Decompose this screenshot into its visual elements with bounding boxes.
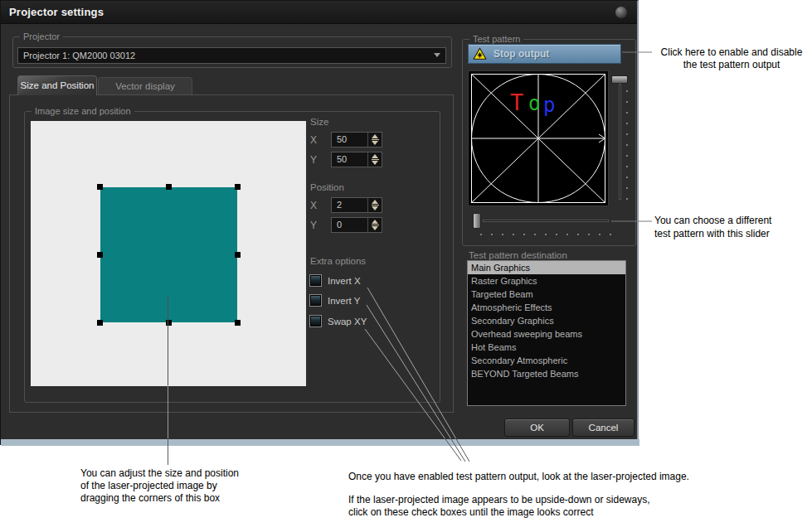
spin-up-icon[interactable] — [372, 134, 378, 138]
invert-x-row: Invert X — [309, 274, 361, 287]
spin-down-icon[interactable] — [372, 226, 378, 230]
resize-handle-sw[interactable] — [97, 320, 103, 326]
spin-down-icon[interactable] — [372, 206, 378, 210]
projector-group-label: Projector — [20, 31, 63, 41]
pattern-slider-ticks — [480, 234, 611, 235]
spin-down-icon[interactable] — [372, 141, 378, 145]
swap-xy-row: Swap XY — [309, 315, 367, 327]
spin-up-icon[interactable] — [372, 200, 378, 204]
list-item[interactable]: Atmospheric Effects — [468, 301, 625, 314]
resize-handle-e[interactable] — [235, 252, 241, 258]
chevron-down-icon — [434, 53, 440, 57]
pattern-slider-thumb[interactable] — [473, 213, 481, 229]
position-x-value[interactable]: 2 — [332, 198, 367, 212]
resize-handle-ne[interactable] — [235, 184, 241, 190]
list-item[interactable]: Main Graphics — [468, 261, 625, 274]
size-y-stepper[interactable]: 50 — [331, 152, 382, 167]
image-size-group-label: Image size and position — [32, 106, 134, 116]
size-y-value[interactable]: 50 — [332, 152, 367, 167]
invert-y-checkbox[interactable] — [309, 294, 322, 307]
position-x-stepper[interactable]: 2 — [331, 197, 382, 213]
size-section-label: Size — [310, 117, 328, 127]
resize-handle-se[interactable] — [235, 320, 241, 326]
test-pattern-preview: T o p — [468, 70, 609, 206]
invert-y-label: Invert Y — [328, 296, 360, 306]
resize-handle-nw[interactable] — [97, 184, 103, 190]
swap-xy-checkbox[interactable] — [309, 315, 322, 327]
spin-up-icon[interactable] — [372, 154, 378, 158]
resize-handle-w[interactable] — [97, 252, 103, 258]
list-item[interactable]: Overhead sweeping beams — [468, 327, 625, 341]
laser-warning-icon — [473, 47, 487, 60]
list-item[interactable]: Targeted Beam — [468, 288, 625, 301]
pattern-letter-o: o — [528, 92, 540, 115]
resize-handle-s[interactable] — [166, 320, 172, 326]
position-y-stepper[interactable]: 0 — [331, 217, 382, 233]
invert-x-checkbox[interactable] — [309, 274, 322, 287]
position-section-label: Position — [310, 182, 344, 192]
annotation-slider: You can choose a different test pattern … — [654, 214, 804, 240]
dialog-title: Projector settings — [9, 6, 104, 18]
pattern-letter-p: p — [543, 94, 555, 117]
position-x-label: X — [310, 200, 317, 211]
annotation-resize: You can adjust the size and position of … — [80, 467, 280, 505]
invert-x-label: Invert X — [328, 276, 361, 286]
projector-settings-dialog: Projector settings Projector Projector 1… — [0, 0, 639, 445]
bulb-icon — [615, 7, 627, 18]
stop-output-button[interactable]: Stop output — [468, 44, 621, 64]
annotation-test-output: Once you have enabled test pattern outpu… — [348, 471, 738, 519]
pattern-slider-track[interactable] — [483, 220, 609, 222]
spin-up-icon[interactable] — [372, 220, 378, 224]
tab-size-and-position[interactable]: Size and Position — [17, 75, 97, 95]
invert-y-row: Invert Y — [309, 294, 360, 307]
ok-button[interactable]: OK — [504, 418, 570, 437]
list-item[interactable]: Secondary Graphics — [468, 314, 625, 327]
title-bar: Projector settings — [1, 1, 637, 24]
position-y-label: Y — [310, 220, 317, 231]
pattern-vertical-slider-track[interactable] — [619, 84, 621, 200]
list-item[interactable]: Raster Graphics — [468, 274, 625, 288]
destination-list: Main Graphics Raster Graphics Targeted B… — [467, 260, 626, 406]
size-x-label: X — [310, 134, 317, 146]
dialog-bottom-edge — [1, 439, 639, 446]
projection-area-box[interactable] — [100, 187, 237, 322]
projector-select[interactable]: Projector 1: QM2000 03012 — [17, 47, 446, 64]
list-item[interactable]: BEYOND Targeted Beams — [468, 367, 625, 380]
list-item[interactable]: Hot Beams — [468, 341, 625, 354]
spin-down-icon[interactable] — [372, 161, 378, 165]
tab-vector-display-settings[interactable]: Vector display settings — [98, 77, 192, 95]
resize-handle-n[interactable] — [166, 184, 172, 190]
annotation-enable-output: Click here to enable and disable the tes… — [654, 46, 810, 71]
cancel-button[interactable]: Cancel — [572, 418, 635, 437]
destination-label: Test pattern destination — [469, 250, 567, 260]
position-y-value[interactable]: 0 — [332, 218, 367, 232]
stop-output-label: Stop output — [494, 48, 549, 60]
projection-canvas[interactable] — [31, 121, 306, 386]
test-pattern-group-label: Test pattern — [469, 34, 523, 44]
swap-xy-label: Swap XY — [328, 317, 367, 326]
extra-options-label: Extra options — [310, 256, 366, 266]
list-item[interactable]: Secondary Atmospheric — [468, 354, 625, 367]
size-x-value[interactable]: 50 — [332, 133, 367, 147]
pattern-letter-t: T — [510, 89, 523, 115]
page: Projector settings Projector Projector 1… — [0, 0, 812, 532]
size-x-stepper[interactable]: 50 — [331, 132, 382, 148]
test-pattern-graphic: T o p — [469, 71, 608, 206]
size-y-label: Y — [310, 154, 317, 166]
vertical-slider-ticks — [626, 90, 628, 200]
projector-selected-value: Projector 1: QM2000 03012 — [23, 51, 135, 60]
pattern-vertical-slider-thumb[interactable] — [611, 75, 628, 84]
